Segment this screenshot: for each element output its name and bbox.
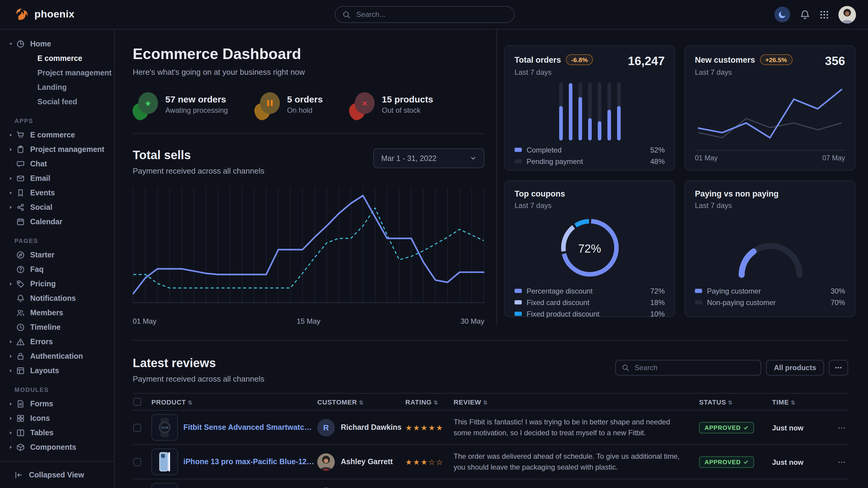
reviews-search-input[interactable] xyxy=(633,363,754,372)
legend-item: Pending payment 48% xyxy=(515,156,665,167)
product-image: 12:34 xyxy=(151,414,178,441)
row-checkbox[interactable] xyxy=(133,423,141,431)
global-search-input[interactable] xyxy=(355,10,507,19)
sidebar-item-authentication[interactable]: Authentication xyxy=(0,349,114,363)
select-all-checkbox[interactable] xyxy=(133,398,141,406)
column-header-rating[interactable]: RATING⇅ xyxy=(405,393,453,410)
latest-reviews-title: Latest reviews xyxy=(133,356,264,370)
row-checkbox[interactable] xyxy=(133,458,141,466)
review-row: 12:34 Fitbit Sense Advanced Smartwatch w… xyxy=(133,410,848,445)
sidebar-item-faq[interactable]: Faq xyxy=(0,262,114,277)
product-link[interactable]: Fitbit Sense Advanced Smartwatch with To… xyxy=(183,423,316,432)
stat-new-orders: ★ 57 new orders Awating processing xyxy=(133,92,228,120)
sidebar-item-calendar[interactable]: Calendar xyxy=(0,215,114,229)
column-header-review[interactable]: REVIEW⇅ xyxy=(453,393,699,410)
latest-reviews-subtitle: Payment received across all channels xyxy=(133,375,264,383)
legend-swatch xyxy=(515,312,522,316)
sidebar-item-home[interactable]: Home xyxy=(0,37,114,51)
reviews-search[interactable] xyxy=(615,360,761,376)
top-coupons-title: Top coupons xyxy=(515,189,565,198)
legend-label: Paying customer xyxy=(707,287,761,295)
caret-right-icon xyxy=(7,282,14,286)
sidebar-item-social[interactable]: Social xyxy=(0,200,114,215)
total-orders-period: Last 7 days xyxy=(515,68,628,76)
total-orders-card: Total orders -6.8% Last 7 days 16,247 Co… xyxy=(504,45,675,171)
sidebar-subitem-e-commerce[interactable]: E commerce xyxy=(0,51,114,66)
sidebar-item-label: Authentication xyxy=(30,352,83,360)
collapsed-view-toggle[interactable]: Collapsed View xyxy=(0,461,114,488)
sidebar-item-starter[interactable]: Starter xyxy=(0,248,114,262)
total-orders-legend: Completed 52% Pending payment 48% xyxy=(515,144,665,167)
sidebar-item-layouts[interactable]: Layouts xyxy=(0,363,114,378)
sidebar-item-e-commerce[interactable]: E commerce xyxy=(0,128,114,142)
sidebar-item-label: Events xyxy=(30,189,55,197)
sidebar-item-email[interactable]: Email xyxy=(0,171,114,186)
reviews-more-button[interactable]: ⋯ xyxy=(829,360,848,376)
stat-out-of-stock: × 15 products Out of stock xyxy=(349,92,433,120)
review-text: This Fitbit is fantastic! I was trying t… xyxy=(454,417,698,438)
user-avatar[interactable] xyxy=(838,6,856,23)
apps-grid-button[interactable] xyxy=(820,10,829,19)
notifications-button[interactable] xyxy=(800,9,810,20)
collapsed-view-label: Collapsed View xyxy=(29,470,84,479)
sidebar-item-chat[interactable]: Chat xyxy=(0,157,114,171)
stat-subtitle: Out of stock xyxy=(382,106,433,115)
global-search[interactable] xyxy=(335,6,515,23)
legend-label: Pending payment xyxy=(527,157,583,165)
total-orders-bar-chart xyxy=(559,83,620,140)
sidebar-item-forms[interactable]: Forms xyxy=(0,397,114,411)
sidebar-item-errors[interactable]: Errors xyxy=(0,334,114,349)
paying-period: Last 7 days xyxy=(695,201,845,210)
mail-icon xyxy=(16,174,25,183)
legend-value: 48% xyxy=(650,157,665,165)
brand-logo[interactable]: phoenix xyxy=(14,7,74,22)
sidebar-item-icons[interactable]: Icons xyxy=(0,411,114,426)
new-customers-line-chart xyxy=(695,79,845,147)
sidebar-item-label: Components xyxy=(30,443,76,452)
tag-icon xyxy=(16,280,25,288)
product-link[interactable]: iPhone 13 pro max-Pacific Blue-128GB sto… xyxy=(183,458,316,466)
sidebar-subitem-landing[interactable]: Landing xyxy=(0,80,114,95)
theme-toggle-button[interactable] xyxy=(775,7,790,22)
rating-stars: ★★★★★ xyxy=(405,423,444,432)
sidebar-item-components[interactable]: Components xyxy=(0,440,114,455)
date-range-select[interactable]: Mar 1 - 31, 2022 xyxy=(373,148,484,168)
all-products-button[interactable]: All products xyxy=(766,360,824,376)
product-image xyxy=(151,449,178,475)
sidebar-item-events[interactable]: Events xyxy=(0,186,114,200)
collapse-icon xyxy=(14,470,23,479)
paying-gauge-chart xyxy=(695,214,846,281)
status-badge: APPROVED xyxy=(699,456,754,467)
main-content: Ecommerce Dashboard Here's what's going … xyxy=(115,30,868,488)
sidebar-item-project-management[interactable]: Project management xyxy=(0,142,114,157)
total-sells-chart: 01 May15 May30 May xyxy=(133,184,484,326)
row-actions-button[interactable]: ⋯ xyxy=(838,457,846,466)
sidebar-item-tables[interactable]: Tables xyxy=(0,426,114,440)
column-header-status[interactable]: STATUS⇅ xyxy=(699,393,772,410)
sidebar-item-timeline[interactable]: Timeline xyxy=(0,320,114,334)
sidebar-item-pricing[interactable]: Pricing xyxy=(0,277,114,291)
column-header-customer[interactable]: CUSTOMER⇅ xyxy=(317,393,405,410)
phoenix-flame-icon xyxy=(14,7,30,22)
legend-value: 10% xyxy=(650,310,665,318)
sidebar-item-members[interactable]: Members xyxy=(0,306,114,320)
date-range-value: Mar 1 - 31, 2022 xyxy=(381,154,436,162)
legend-label: Completed xyxy=(527,145,562,154)
sidebar-subitem-project-management[interactable]: Project management xyxy=(0,66,114,80)
page-title: Ecommerce Dashboard xyxy=(133,45,484,63)
total-orders-title: Total orders xyxy=(515,55,561,64)
check-icon xyxy=(743,425,749,430)
order-bar xyxy=(597,83,601,140)
sidebar-item-label: Tables xyxy=(30,429,53,437)
sidebar-item-label: Calendar xyxy=(30,218,62,226)
sidebar-item-notifications[interactable]: Notifications xyxy=(0,291,114,306)
x-axis-label: 07 May xyxy=(823,154,845,162)
sidebar-subitem-social-feed[interactable]: Social feed xyxy=(0,95,114,109)
column-header-time[interactable]: TIME⇅ xyxy=(772,393,818,410)
review-row xyxy=(133,479,848,488)
row-actions-button[interactable]: ⋯ xyxy=(838,423,846,432)
out-of-stock-icon: × xyxy=(349,92,375,120)
column-header-product[interactable]: PRODUCT⇅ xyxy=(151,393,317,410)
chevron-down-icon xyxy=(470,155,476,162)
latest-reviews-section: Latest reviews Payment received across a… xyxy=(133,340,848,488)
